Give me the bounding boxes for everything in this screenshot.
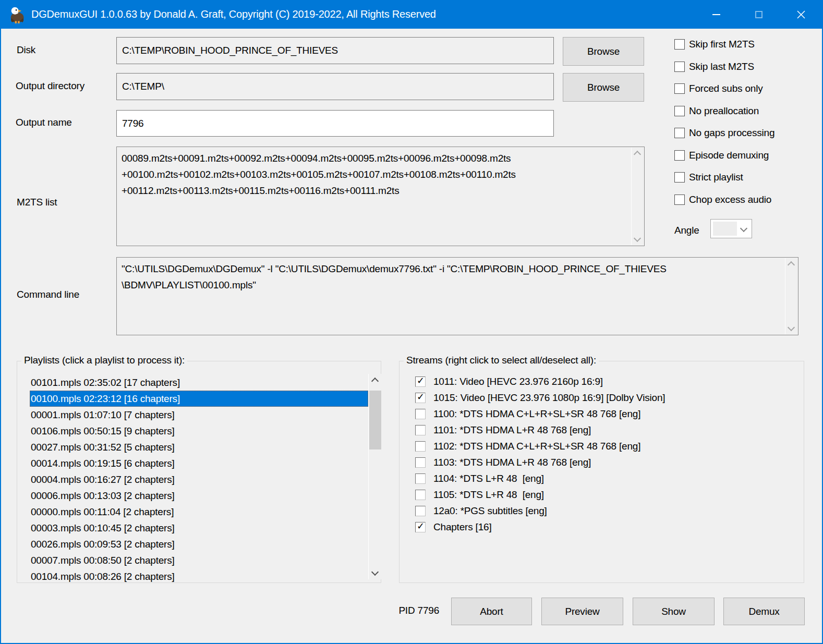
scroll-down-icon[interactable] [788,324,795,331]
unchecked-checkbox-icon[interactable] [674,128,685,138]
playlist-item[interactable]: 00001.mpls 01:07:10 [7 chapters] [30,407,368,423]
window-controls [695,0,822,29]
option-label: Skip last M2TS [689,61,754,72]
command-line-scrollbar[interactable] [785,258,797,334]
output-directory-field[interactable] [116,73,554,100]
stream-label: 1102: *DTS HDMA C+L+R+SL+SR 48 768 [eng] [433,441,640,452]
option-label: Episode demuxing [689,150,769,161]
unchecked-checkbox-icon[interactable] [674,195,685,205]
checked-checkbox-icon[interactable]: ✓ [415,376,426,387]
disk-field[interactable] [116,37,554,64]
unchecked-checkbox-icon[interactable] [415,490,426,500]
output-name-field[interactable] [116,110,554,137]
scroll-down-icon[interactable] [634,235,641,242]
option-row: Strict playlist [674,172,774,183]
playlist-item[interactable]: 00007.mpls 00:08:50 [2 chapters] [30,552,368,568]
unchecked-checkbox-icon[interactable] [415,473,426,484]
unchecked-checkbox-icon[interactable] [415,441,426,452]
scroll-up-icon[interactable] [634,151,641,158]
playlist-item[interactable]: 00104.mpls 00:08:26 [2 chapters] [30,568,368,582]
m2ts-list-scrollbar[interactable] [631,148,644,245]
title-bar: DGDemuxGUI 1.0.0.63 by Donald A. Graft, … [1,0,822,29]
playlist-item[interactable]: 00006.mpls 00:13:03 [2 chapters] [30,488,368,504]
close-button[interactable] [780,0,822,29]
minimize-button[interactable] [695,0,737,29]
show-button[interactable]: Show [633,598,715,625]
unchecked-checkbox-icon[interactable] [415,425,426,435]
stream-label: 1104: *DTS L+R 48 [eng] [433,473,544,484]
playlist-item[interactable]: 00014.mpls 00:19:15 [6 chapters] [30,455,368,471]
playlist-item[interactable]: 00000.mpls 00:11:04 [2 chapters] [30,504,368,520]
option-row: No preallocation [674,106,774,116]
stream-label: 1011: Video [HEVC 23.976 2160p 16:9] [433,376,603,387]
angle-dropdown[interactable] [710,219,752,238]
option-row: No gaps processing [674,128,774,138]
m2ts-list-label: M2TS list [17,197,57,208]
options-list: Skip first M2TSSkip last M2TSForced subs… [674,39,774,205]
abort-button[interactable]: Abort [451,598,532,625]
unchecked-checkbox-icon[interactable] [674,172,685,183]
option-row: Skip first M2TS [674,39,774,50]
scroll-down-icon[interactable] [371,568,379,576]
text-line: \BDMV\PLAYLIST\00100.mpls" [122,277,780,293]
output-name-label: Output name [16,117,72,128]
eagle-icon [7,5,26,24]
text-line: +00112.m2ts+00113.m2ts+00115.m2ts+00116.… [122,183,626,199]
scroll-up-icon[interactable] [371,378,379,385]
m2ts-list-text: 00089.m2ts+00091.m2ts+00092.m2ts+00094.m… [117,147,644,200]
stream-row: ✓Chapters [16] [415,519,801,535]
playlist-item[interactable]: 00004.mpls 00:16:27 [2 chapters] [30,471,368,488]
stream-label: 1101: *DTS HDMA L+R 48 768 [eng] [433,424,591,436]
unchecked-checkbox-icon[interactable] [415,457,426,468]
preview-button[interactable]: Preview [541,598,623,625]
output-directory-browse-button[interactable]: Browse [563,73,644,102]
maximize-button[interactable] [737,0,780,29]
playlist-item[interactable]: 00100.mpls 02:23:12 [16 chapters] [30,391,368,407]
playlists-scrollbar[interactable] [368,374,382,579]
playlists-group-label: Playlists (click a playlist to process i… [21,355,187,366]
window-title: DGDemuxGUI 1.0.0.63 by Donald A. Graft, … [31,8,436,20]
streams-list: ✓1011: Video [HEVC 23.976 2160p 16:9]✓10… [415,373,801,535]
stream-label: 1015: Video [HEVC 23.976 1080p 16:9] [Do… [433,392,665,404]
angle-value [713,222,737,236]
streams-group-label: Streams (right click to select all/desel… [404,355,599,366]
checked-checkbox-icon[interactable]: ✓ [415,393,426,403]
playlists-listbox[interactable]: 00101.mpls 02:35:02 [17 chapters]00100.m… [30,374,368,582]
stream-row: ✓1015: Video [HEVC 23.976 1080p 16:9] [D… [415,390,801,406]
scrollbar-thumb[interactable] [369,391,381,449]
playlist-item[interactable]: 00026.mpls 00:09:53 [2 chapters] [30,536,368,552]
checked-checkbox-icon[interactable]: ✓ [415,522,426,532]
stream-row: 12a0: *PGS subtitles [eng] [415,503,801,519]
option-row: Forced subs only [674,83,774,94]
output-directory-label: Output directory [16,80,84,92]
playlist-item[interactable]: 00106.mpls 00:50:15 [9 chapters] [30,423,368,439]
unchecked-checkbox-icon[interactable] [674,150,685,161]
option-row: Chop excess audio [674,195,774,205]
minimize-icon [712,14,720,15]
maximize-icon [755,11,763,18]
unchecked-checkbox-icon[interactable] [674,39,685,50]
unchecked-checkbox-icon[interactable] [415,506,426,516]
stream-row: 1102: *DTS HDMA C+L+R+SL+SR 48 768 [eng] [415,438,801,454]
option-row: Skip last M2TS [674,62,774,72]
playlist-item[interactable]: 00003.mpls 00:10:45 [2 chapters] [30,520,368,536]
unchecked-checkbox-icon[interactable] [674,62,685,72]
option-label: No gaps processing [689,127,774,139]
command-line-box[interactable]: "C:\UTILS\DGDemux\DGDemux" -l "C:\UTILS\… [116,257,798,335]
disk-browse-button[interactable]: Browse [563,37,644,66]
playlist-item[interactable]: 00027.mpls 00:31:52 [5 chapters] [30,439,368,455]
demux-button[interactable]: Demux [723,598,805,625]
unchecked-checkbox-icon[interactable] [674,83,685,94]
stream-row: ✓1011: Video [HEVC 23.976 2160p 16:9] [415,373,801,390]
unchecked-checkbox-icon[interactable] [674,106,685,116]
pid-label: PID 7796 [366,605,439,616]
stream-label: 1105: *DTS L+R 48 [eng] [433,489,544,501]
stream-row: 1101: *DTS HDMA L+R 48 768 [eng] [415,422,801,438]
text-line: 00089.m2ts+00091.m2ts+00092.m2ts+00094.m… [122,150,626,166]
playlist-item[interactable]: 00101.mpls 02:35:02 [17 chapters] [30,374,368,391]
m2ts-list-box[interactable]: 00089.m2ts+00091.m2ts+00092.m2ts+00094.m… [116,147,645,246]
unchecked-checkbox-icon[interactable] [415,409,426,419]
scroll-up-icon[interactable] [788,261,795,269]
text-line: "C:\UTILS\DGDemux\DGDemux" -l "C:\UTILS\… [122,261,780,277]
stream-label: 1100: *DTS HDMA C+L+R+SL+SR 48 768 [eng] [433,408,640,420]
